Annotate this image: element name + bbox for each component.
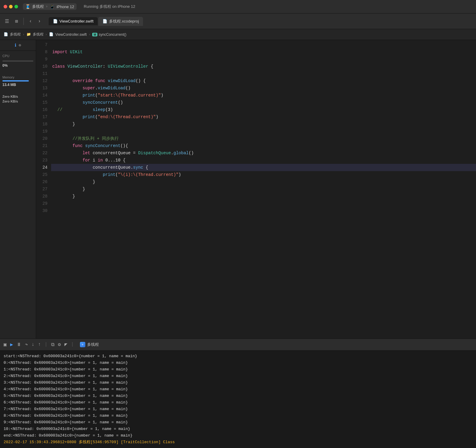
line-number-16: 16 [36,106,47,113]
line-number-29: 29 [36,200,47,207]
main-area: ℹ ⊕ CPU 0% Memory 13.4 MB Zero KB/s Zero… [0,40,476,339]
code-line-30 [51,207,476,214]
console-line-7: 6:<NSThread: 0x600003a241c0>{number = 1,… [4,399,472,406]
info-icon[interactable]: ℹ [15,43,16,48]
breadcrumb-icon-2: 📄 [49,32,53,37]
tab-group[interactable]: 🧵 多线程 › 📱 iPhone 12 [23,3,77,10]
console-toggle-button[interactable]: ▣ [4,342,7,348]
tab-label: 多线程 [32,4,44,9]
code-line-20: //并发队列 + 同步执行 [51,135,476,142]
sidebar-stats: CPU 0% Memory 13.4 MB Zero KB/s Zero KB/… [0,51,36,106]
back-button[interactable]: ‹ [27,17,34,25]
navigator-button[interactable]: ⊞ [13,17,20,26]
title-bar: 🧵 多线程 › 📱 iPhone 12 Running 多线程 on iPhon… [0,0,476,14]
tab-xcodeproj[interactable]: 📄 多线程.xcodeproj [98,17,143,26]
tab-xcodeproj-label: 多线程.xcodeproj [109,19,139,24]
line-number-12: 12 [36,77,47,84]
line-number-20: 20 [36,135,47,142]
breadcrumb-method-name: syncConcurrent() [99,32,126,37]
breadcrumb-item-1[interactable]: 多线程 [33,32,44,37]
line-number-17: 17 [36,113,47,121]
forward-button[interactable]: › [36,17,43,25]
breadcrumb-icon-0: 📄 [4,32,8,37]
tab-chevron-icon: › [46,5,48,9]
simulate-location-button[interactable]: ◤ [64,342,67,348]
cpu-value: 0% [2,63,33,68]
code-content[interactable]: import UIKit class ViewController: UIVie… [51,40,476,339]
step-over-button[interactable]: ↷ [25,342,28,348]
console-line-10: 9:<NSThread: 0x600003a241c0>{number = 1,… [4,419,472,426]
line-number-18: 18 [36,121,47,128]
breadcrumb-chevron-2: › [89,33,91,36]
console-line-4: 3:<NSThread: 0x600003a241c0>{number = 1,… [4,379,472,386]
code-line-11 [51,70,476,77]
breadcrumb-item-2[interactable]: ViewController.swift [55,32,87,37]
line-number-19: 19 [36,128,47,135]
breadcrumb-icon-1: 📁 [26,32,31,37]
console-line-8: 7:<NSThread: 0x600003a241c0>{number = 1,… [4,406,472,413]
breadcrumb-item-3[interactable]: M syncConcurrent() [92,32,126,37]
close-button[interactable] [4,5,7,8]
swift-file-icon: 📄 [53,19,58,23]
code-line-16: // sleep(3) [51,106,476,113]
console-line-5: 4:<NSThread: 0x600003a241c0>{number = 1,… [4,386,472,393]
code-line-7 [51,41,476,48]
tab-viewcontroller-swift[interactable]: 📄 ViewController.swift [49,17,98,25]
code-line-12: override func viewDidLoad() { [51,77,476,84]
memory-debugger-button[interactable]: ⚙ [58,342,61,348]
code-line-10: class ViewController: UIViewController { [51,63,476,70]
pause-button[interactable]: ⏸ [17,342,21,348]
xcodeproj-file-icon: 📄 [102,19,107,23]
network-up-value: Zero KB/s [2,100,33,103]
console-line-0: start:<NSThread: 0x600003a241c0>{number … [4,353,472,360]
view-debugger-button[interactable]: ⧉ [51,342,54,348]
tab-viewcontroller-label: ViewController.swift [60,19,93,23]
line-number-21: 21 [36,142,47,149]
line-number-25: 25 [36,171,47,178]
code-line-8: import UIKit [51,48,476,56]
console-line-2: 1:<NSThread: 0x600003a241c0>{number = 1,… [4,366,472,373]
maximize-button[interactable] [14,5,18,8]
line-number-28: 28 [36,193,47,200]
memory-bar [2,80,29,81]
breadcrumb-item-0[interactable]: 多线程 [10,32,21,37]
console-line-1: 0:<NSThread: 0x600003a241c0>{number = 1,… [4,360,472,366]
code-line-19 [51,128,476,135]
code-line-22: let concurrentQueue = DispatchQueue.glob… [51,149,476,157]
code-line-25: print("\(i):\(Thread.current)") [51,171,476,178]
run-status: Running 多线程 on iPhone 12 [84,4,135,9]
separator-1 [23,18,24,25]
code-line-14: print("start:\(Thread.current)") [51,92,476,99]
line-number-7: 7 [36,41,47,48]
cpu-label: CPU [2,53,33,59]
code-line-21: func syncConcurrent(){ [51,142,476,149]
line-number-14: 14 [36,92,47,99]
run-continue-button[interactable]: ▶ [10,342,13,348]
debug-sidebar: ℹ ⊕ CPU 0% Memory 13.4 MB Zero KB/s Zero… [0,40,36,339]
line-number-26: 26 [36,178,47,186]
line-number-23: 23 [36,157,47,164]
sidebar-toggle-button[interactable]: ☰ [3,17,11,26]
memory-label: Memory [2,75,33,79]
line-number-27: 27 [36,186,47,193]
step-out-button[interactable]: ↑ [38,342,41,347]
sidebar-toolbar: ℹ ⊕ [0,40,36,51]
console-line-12: end:<NSThread: 0x600003a241c0>{number = … [4,432,472,439]
device-icon: 📱 [50,4,55,9]
code-area[interactable]: 7891011121314151617181920212223242526272… [36,40,476,339]
minimize-button[interactable] [9,5,13,8]
code-line-27: } [51,186,476,193]
breadcrumb-method-badge: M [92,33,97,36]
code-line-18: } [51,121,476,128]
debug-toolbar: ▣ ▶ ⏸ ↷ ↓ ↑ | ⧉ ⚙ ◤ | ≡ 多线程 [0,339,476,351]
code-line-28: } [51,193,476,200]
thread-icon[interactable]: ⊕ [19,43,21,48]
memory-value: 13.4 MB [2,83,33,87]
tab-bar: 📄 ViewController.swift 📄 多线程.xcodeproj [49,17,143,26]
step-into-button[interactable]: ↓ [32,342,35,347]
breadcrumb: 📄 多线程 › 📁 多线程 › 📄 ViewController.swift ›… [0,29,476,40]
line-number-8: 8 [36,48,47,56]
line-number-22: 22 [36,149,47,157]
line-number-24: 24 [36,164,47,171]
app-icon: ≡ [80,342,85,347]
